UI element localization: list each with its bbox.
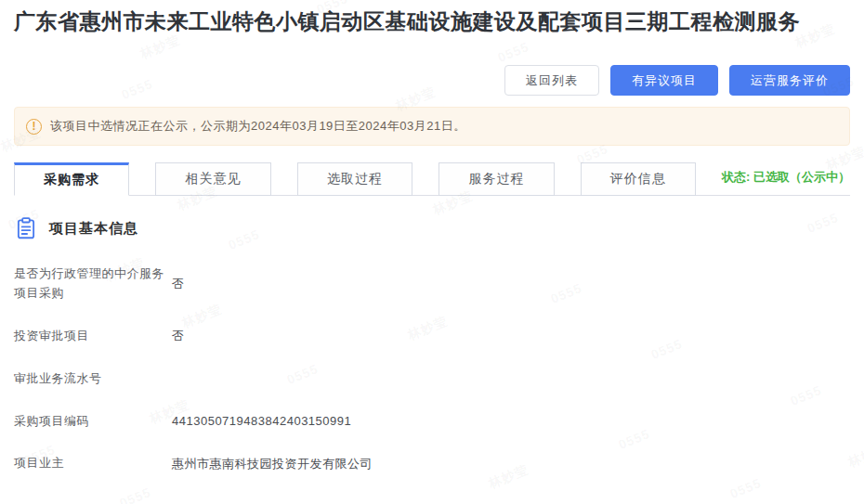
status-badge: 状态: 已选取（公示中） [722,169,850,189]
field-row-investment-approval: 投资审批项目 否 [14,327,850,346]
tab-selection-process[interactable]: 选取过程 [297,162,412,196]
watermark-text: 0555 [117,485,153,504]
tab-related-opinions[interactable]: 相关意见 [155,162,270,196]
notice-text: 该项目中选情况正在公示，公示期为2024年03月19日至2024年03月21日。 [50,118,466,135]
project-detail-page: 0555林妙莹0555林妙莹0555林妙莹0555林妙莹0555林妙莹林妙莹林妙… [0,0,864,504]
service-evaluation-button[interactable]: 运营服务评价 [729,65,850,96]
field-label: 项目业主 [14,454,172,473]
field-value: 否 [172,276,185,292]
field-label: 投资审批项目 [14,327,172,346]
dispute-project-button[interactable]: 有异议项目 [610,65,718,96]
field-row-approval-serial-number: 审批业务流水号 [14,369,850,389]
watermark-text: 0555 [495,39,531,65]
back-to-list-button[interactable]: 返回列表 [504,65,599,96]
field-value: 否 [172,328,185,344]
tab-bar: 采购需求 相关意见 选取过程 服务过程 评价信息 状态: 已选取（公示中） [14,162,850,196]
toolbar: 返回列表 有异议项目 运营服务评价 [14,65,850,96]
project-basic-info: 是否为行政管理的中介服务项目采购 否 投资审批项目 否 审批业务流水号 采购项目… [14,265,850,473]
field-row-intermediary-service: 是否为行政管理的中介服务项目采购 否 [14,265,850,304]
section-header: 项目基本信息 [14,216,850,240]
warning-circle-icon: ! [26,119,42,135]
field-label: 审批业务流水号 [14,369,172,389]
watermark-text: 0555 [727,475,764,501]
field-row-project-owner: 项目业主 惠州市惠南科技园投资开发有限公司 [14,454,850,473]
field-value: 惠州市惠南科技园投资开发有限公司 [172,456,373,472]
page-title: 广东省惠州市未来工业特色小镇启动区基础设施建设及配套项目三期工程检测服务 [14,0,850,35]
tab-procurement-demand[interactable]: 采购需求 [14,162,129,196]
watermark-text: 林妙莹 [137,32,182,63]
tab-evaluation-info[interactable]: 评价信息 [581,162,696,196]
field-value: 4413050719483842403150991 [172,414,351,428]
section-title: 项目基本信息 [49,220,138,238]
field-label: 是否为行政管理的中介服务项目采购 [14,265,172,304]
publicity-notice-banner: ! 该项目中选情况正在公示，公示期为2024年03月19日至2024年03月21… [14,107,850,146]
field-label: 采购项目编码 [14,412,172,432]
field-row-procurement-project-code: 采购项目编码 4413050719483842403150991 [14,412,850,432]
tab-service-process[interactable]: 服务过程 [439,162,554,196]
clipboard-icon [14,216,38,240]
